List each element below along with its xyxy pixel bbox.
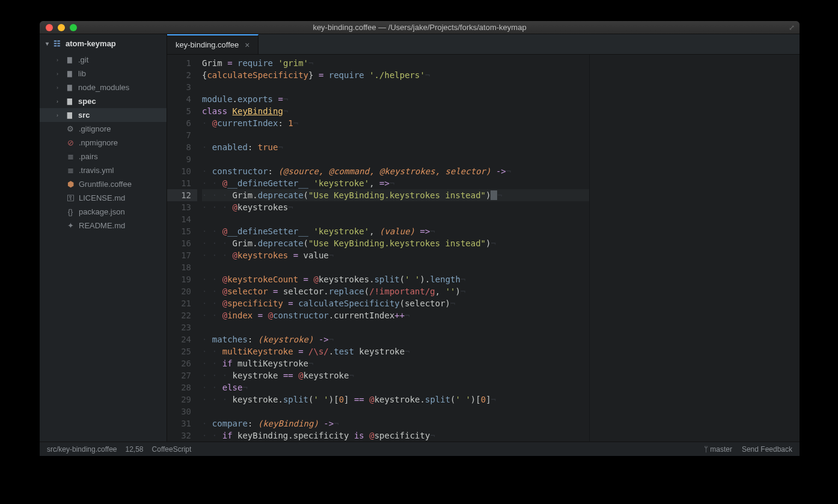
line-number[interactable]: 2: [167, 69, 197, 81]
code-line[interactable]: [202, 213, 589, 225]
file-LICENSE-md[interactable]: ⚿LICENSE.md: [40, 191, 167, 205]
tree-view[interactable]: ▾ ☷ atom-keymap ›▇.git›▇lib›▇node_module…: [40, 34, 167, 442]
file--pairs[interactable]: ≣.pairs: [40, 150, 167, 163]
code-line[interactable]: · · @keystrokeCount = @keystrokes.split(…: [202, 273, 589, 285]
line-number[interactable]: 17: [167, 249, 197, 261]
code-line[interactable]: [202, 81, 589, 93]
line-number[interactable]: 29: [167, 393, 197, 405]
line-number[interactable]: 1: [167, 57, 197, 69]
line-number[interactable]: 10: [167, 165, 197, 177]
code-line[interactable]: [202, 405, 589, 417]
status-path[interactable]: src/key-binding.coffee: [47, 445, 117, 454]
line-number[interactable]: 14: [167, 213, 197, 225]
code-line[interactable]: class KeyBinding¬: [202, 105, 589, 117]
folder-node-modules[interactable]: ›▇node_modules: [40, 80, 167, 94]
code-line[interactable]: · · @index = @constructor.currentIndex++…: [202, 309, 589, 321]
file--travis-yml[interactable]: ≣.travis.yml: [40, 163, 167, 177]
file-Gruntfile-coffee[interactable]: ⬢Gruntfile.coffee: [40, 177, 167, 191]
code-line[interactable]: · · if multiKeystroke¬: [202, 357, 589, 369]
file-README-md[interactable]: ✦README.md: [40, 219, 167, 232]
line-number[interactable]: 22: [167, 309, 197, 321]
close-icon[interactable]: ×: [245, 40, 249, 50]
line-number[interactable]: 7: [167, 129, 197, 141]
code-line[interactable]: · constructor: (@source, @command, @keys…: [202, 165, 589, 177]
line-number[interactable]: 21: [167, 297, 197, 309]
tab-bar[interactable]: key-binding.coffee ×: [167, 34, 800, 55]
file--npmignore[interactable]: ⊘.npmignore: [40, 136, 167, 150]
line-number[interactable]: 8: [167, 141, 197, 153]
folder-spec[interactable]: ›▇spec: [40, 94, 167, 108]
code-line[interactable]: · · @__defineGetter__ 'keystroke', =>¬: [202, 177, 589, 189]
line-number[interactable]: 9: [167, 153, 197, 165]
code-line[interactable]: · matches: (keystroke) ->¬: [202, 333, 589, 345]
code-line[interactable]: · · · Grim.deprecate("Use KeyBinding.key…: [202, 237, 589, 249]
line-number[interactable]: 20: [167, 285, 197, 297]
code-area[interactable]: Grim = require 'grim'¬{calculateSpecific…: [197, 55, 589, 442]
folder-lib[interactable]: ›▇lib: [40, 67, 167, 80]
code-line[interactable]: [202, 261, 589, 273]
line-number[interactable]: 16: [167, 237, 197, 249]
code-line[interactable]: [202, 321, 589, 333]
line-number[interactable]: 11: [167, 177, 197, 189]
line-number[interactable]: 13: [167, 201, 197, 213]
chevron-right-icon: ›: [57, 99, 61, 105]
line-number[interactable]: 6: [167, 117, 197, 129]
line-number[interactable]: 27: [167, 369, 197, 381]
code-line[interactable]: · · · Grim.deprecate("Use KeyBinding.key…: [202, 189, 589, 201]
code-line[interactable]: · · · keystroke.split(' ')[0] == @keystr…: [202, 393, 589, 405]
line-number[interactable]: 15: [167, 225, 197, 237]
folder-icon: ▇: [66, 70, 74, 77]
code-line[interactable]: module.exports =¬: [202, 93, 589, 105]
code-line[interactable]: · · · @keystrokes = value¬: [202, 249, 589, 261]
line-number[interactable]: 32: [167, 430, 197, 442]
line-number[interactable]: 5: [167, 105, 197, 117]
project-root[interactable]: ▾ ☷ atom-keymap: [40, 34, 167, 53]
file-icon: ✦: [66, 221, 75, 230]
code-line[interactable]: · · @specificity = calculateSpecificity(…: [202, 297, 589, 309]
code-line[interactable]: · · @selector = selector.replace(/!impor…: [202, 285, 589, 297]
code-line[interactable]: · · · keystroke == @keystroke¬: [202, 369, 589, 381]
code-line[interactable]: · compare: (keyBinding) ->¬: [202, 417, 589, 430]
tree-item-label: .npmignore: [79, 138, 118, 147]
tree-item-label: Gruntfile.coffee: [79, 180, 132, 189]
git-branch[interactable]: ᛘ master: [704, 445, 732, 454]
titlebar[interactable]: key-binding.coffee — /Users/jake/Project…: [40, 21, 800, 34]
line-number[interactable]: 30: [167, 405, 197, 417]
code-line[interactable]: · · · @keystrokes¬: [202, 201, 589, 213]
line-number[interactable]: 25: [167, 345, 197, 357]
text-editor[interactable]: 1234567891011121314151617181920212223242…: [167, 55, 800, 442]
line-number[interactable]: 31: [167, 417, 197, 430]
folder--git[interactable]: ›▇.git: [40, 53, 167, 67]
tab-key-binding[interactable]: key-binding.coffee ×: [167, 34, 258, 54]
line-number[interactable]: 24: [167, 333, 197, 345]
code-line[interactable]: Grim = require 'grim'¬: [202, 57, 589, 69]
code-line[interactable]: · · multiKeystroke = /\s/.test keystroke…: [202, 345, 589, 357]
chevron-down-icon: ▾: [46, 40, 49, 47]
send-feedback-link[interactable]: Send Feedback: [742, 445, 792, 454]
line-number[interactable]: 18: [167, 261, 197, 273]
code-line[interactable]: · @currentIndex: 1¬: [202, 117, 589, 129]
status-cursor-pos[interactable]: 12,58: [126, 445, 144, 454]
line-number[interactable]: 23: [167, 321, 197, 333]
code-line[interactable]: {calculateSpecificity} = require './help…: [202, 69, 589, 81]
file--gitignore[interactable]: ⚙.gitignore: [40, 122, 167, 136]
code-line[interactable]: · enabled: true¬: [202, 141, 589, 153]
line-number[interactable]: 26: [167, 357, 197, 369]
file-package-json[interactable]: {}package.json: [40, 205, 167, 219]
tab-label: key-binding.coffee: [176, 40, 239, 49]
code-line[interactable]: · · @__defineSetter__ 'keystroke', (valu…: [202, 225, 589, 237]
folder-src[interactable]: ›▇src: [40, 108, 167, 122]
line-number[interactable]: 28: [167, 381, 197, 393]
line-number[interactable]: 12: [167, 189, 197, 201]
code-line[interactable]: · · if keyBinding.specificity is @specif…: [202, 430, 589, 442]
line-number[interactable]: 4: [167, 93, 197, 105]
line-number[interactable]: 3: [167, 81, 197, 93]
code-line[interactable]: [202, 153, 589, 165]
maximize-icon[interactable]: ⤢: [789, 23, 795, 32]
line-number[interactable]: 19: [167, 273, 197, 285]
line-number-gutter[interactable]: 1234567891011121314151617181920212223242…: [167, 55, 197, 442]
code-line[interactable]: · · else¬: [202, 381, 589, 393]
status-language[interactable]: CoffeeScript: [152, 445, 192, 454]
folder-icon: ▇: [66, 98, 74, 105]
code-line[interactable]: [202, 129, 589, 141]
